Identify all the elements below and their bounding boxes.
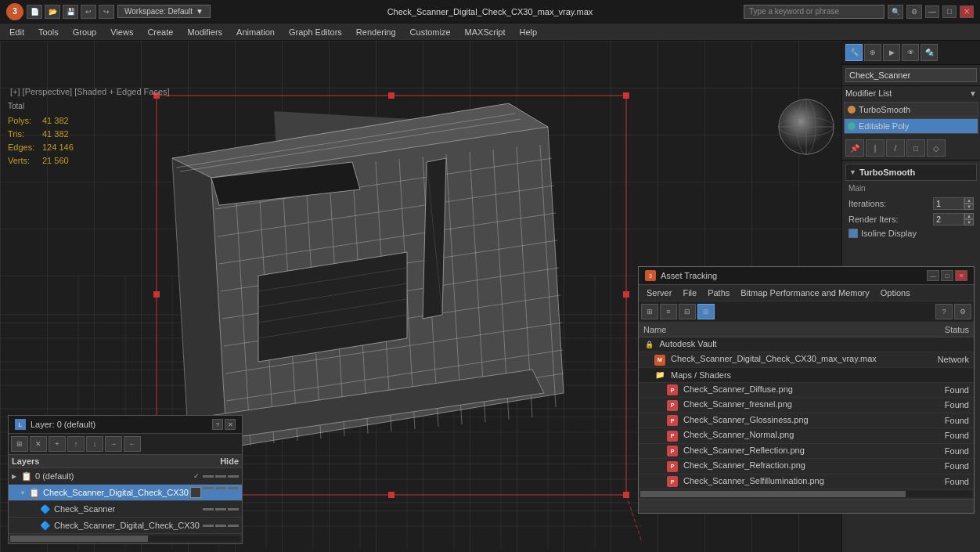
- asset-tool-1[interactable]: ⊞: [641, 304, 658, 319]
- asset-menu-bitmap[interactable]: Bitmap Performance and Memory: [736, 287, 874, 299]
- undo-btn[interactable]: ↩: [81, 5, 96, 19]
- asset-path-input[interactable]: [642, 502, 971, 511]
- table-row[interactable]: M Check_Scanner_Digital_Check_CX30_max_v…: [639, 352, 974, 368]
- layer-scrollbar[interactable]: [10, 536, 240, 542]
- save-btn[interactable]: 💾: [63, 5, 78, 19]
- render-iters-up[interactable]: ▲: [964, 213, 974, 219]
- modifier-editablepoly[interactable]: Editable Poly: [844, 118, 978, 134]
- layer-expand-icon: ▶: [12, 473, 21, 480]
- layer-item-default[interactable]: ▶ 📋 0 (default) ✓: [9, 468, 242, 485]
- render-iters-down[interactable]: ▼: [964, 219, 974, 225]
- motion-tab[interactable]: ▶: [883, 44, 900, 61]
- table-row[interactable]: P Check_Scanner_fresnel.png Found: [639, 398, 974, 413]
- asset-tool-help[interactable]: ?: [935, 304, 953, 319]
- layer-help-btn[interactable]: ?: [212, 419, 223, 430]
- table-row[interactable]: P Check_Scanner_Selfillumination.png Fou…: [639, 474, 974, 489]
- table-row[interactable]: P Check_Scanner_Glossiness.png Found: [639, 413, 974, 428]
- menu-animation[interactable]: Animation: [230, 23, 281, 40]
- border-btn[interactable]: □: [906, 139, 925, 157]
- menu-views[interactable]: Views: [104, 23, 139, 40]
- menu-tools[interactable]: Tools: [32, 23, 65, 40]
- menu-modifiers[interactable]: Modifiers: [181, 23, 229, 40]
- hierarchy-tab[interactable]: ⊕: [864, 44, 881, 61]
- render-iters-input[interactable]: 2: [933, 213, 964, 225]
- layer-tool-1[interactable]: ⊞: [11, 436, 28, 452]
- menu-group[interactable]: Group: [67, 23, 103, 40]
- asset-close-btn[interactable]: ✕: [955, 270, 967, 281]
- iterations-up[interactable]: ▲: [964, 197, 974, 204]
- row-status: Found: [925, 459, 974, 474]
- vertex-btn[interactable]: |: [866, 139, 885, 157]
- layer-item-check-scanner[interactable]: ▼ 📋 Check_Scanner_Digital_Check_CX30: [9, 485, 242, 501]
- layer-tool-6[interactable]: →: [105, 436, 122, 452]
- table-row[interactable]: 🔒 Autodesk Vault: [639, 337, 974, 352]
- object-name-input[interactable]: [845, 68, 977, 82]
- layer-visibility-dots: [203, 475, 239, 478]
- layer-panel-titlebar: L Layer: 0 (default) ? ✕: [9, 416, 242, 434]
- isoline-row: Isoline Display: [845, 227, 977, 240]
- layer-toolbar: ⊞ ✕ + ↑ ↓ → ←: [9, 434, 242, 455]
- maximize-button[interactable]: □: [942, 5, 957, 18]
- iterations-input[interactable]: 1: [933, 197, 964, 210]
- modifier-list-arrow[interactable]: ▼: [969, 89, 977, 98]
- layer-scroll-thumb[interactable]: [10, 536, 148, 542]
- isoline-checkbox[interactable]: [848, 229, 858, 238]
- asset-menu-file[interactable]: File: [678, 287, 701, 299]
- table-row[interactable]: 📁 Maps / Shaders: [639, 367, 974, 382]
- table-row[interactable]: P Check_Scanner_Reflection.png Found: [639, 443, 974, 459]
- asset-menu-paths[interactable]: Paths: [703, 287, 734, 299]
- turbosmooth-sub: Main: [848, 184, 977, 193]
- turbosmooth-expand[interactable]: ▼: [849, 168, 856, 176]
- asset-scroll-thumb[interactable]: [640, 491, 906, 497]
- workspace-selector[interactable]: Workspace: Default ▼: [117, 5, 211, 18]
- menu-graph-editors[interactable]: Graph Editors: [283, 23, 348, 40]
- menu-edit[interactable]: Edit: [3, 23, 31, 40]
- layer-item-check-scanner-sub1[interactable]: 🔷 Check_Scanner: [9, 501, 242, 518]
- asset-tool-2[interactable]: ≡: [660, 304, 677, 319]
- new-btn[interactable]: 📄: [27, 5, 42, 19]
- asset-menu-server[interactable]: Server: [642, 287, 676, 299]
- menu-maxscript[interactable]: MAXScript: [459, 23, 512, 40]
- settings-icon[interactable]: ⚙: [906, 5, 922, 19]
- png-file-icon: P: [667, 400, 678, 411]
- layer-tool-3[interactable]: +: [49, 436, 66, 452]
- polygon-btn[interactable]: ◇: [927, 139, 946, 157]
- layer-tool-4[interactable]: ↑: [67, 436, 85, 452]
- pin-stack-btn[interactable]: 📌: [845, 139, 864, 157]
- layer-close-btn[interactable]: ✕: [225, 419, 236, 430]
- menu-customize[interactable]: Customize: [404, 23, 457, 40]
- modifier-turbosmooth[interactable]: TurboSmooth: [844, 102, 978, 117]
- layer-tool-5[interactable]: ↓: [86, 436, 103, 452]
- close-button[interactable]: ✕: [960, 5, 974, 18]
- layer-tool-2[interactable]: ✕: [30, 436, 47, 452]
- asset-scrollbar-h[interactable]: [640, 491, 972, 497]
- search-icon[interactable]: 🔍: [888, 5, 903, 19]
- iterations-down[interactable]: ▼: [964, 204, 974, 210]
- layer-item-check-scanner-sub2[interactable]: 🔷 Check_Scanner_Digital_Check_CX30: [9, 518, 242, 534]
- turbosmooth-header: ▼ TurboSmooth: [845, 164, 977, 181]
- redo-btn[interactable]: ↪: [99, 5, 114, 19]
- iterations-spinner[interactable]: ▲ ▼: [964, 197, 974, 210]
- table-row[interactable]: P Check_Scanner_Normal.png Found: [639, 428, 974, 444]
- asset-maximize-btn[interactable]: □: [941, 270, 953, 281]
- display-tab[interactable]: 👁: [902, 44, 919, 61]
- table-row[interactable]: P Check_Scanner_Diffuse.png Found: [639, 382, 974, 398]
- menu-help[interactable]: Help: [513, 23, 544, 40]
- asset-tool-3[interactable]: ⊟: [679, 304, 696, 319]
- open-btn[interactable]: 📂: [45, 5, 60, 19]
- edge-btn[interactable]: /: [886, 139, 905, 157]
- search-bar[interactable]: Type a keyword or phrase: [744, 5, 885, 19]
- utilities-tab[interactable]: 🔩: [921, 44, 938, 61]
- asset-tool-settings[interactable]: ⚙: [954, 304, 971, 319]
- layer-lock-box[interactable]: [190, 487, 201, 498]
- table-row[interactable]: P Check_Scanner_Refraction.png Found: [639, 459, 974, 474]
- asset-tool-4[interactable]: ⊞: [697, 304, 715, 319]
- render-iters-spinner[interactable]: ▲ ▼: [964, 213, 974, 225]
- asset-menu-options[interactable]: Options: [876, 287, 915, 299]
- menu-rendering[interactable]: Rendering: [350, 23, 402, 40]
- layer-tool-7[interactable]: ←: [124, 436, 141, 452]
- asset-minimize-btn[interactable]: —: [927, 270, 939, 281]
- menu-create[interactable]: Create: [141, 23, 179, 40]
- minimize-button[interactable]: —: [925, 5, 939, 18]
- modify-tab[interactable]: 🔧: [845, 44, 863, 61]
